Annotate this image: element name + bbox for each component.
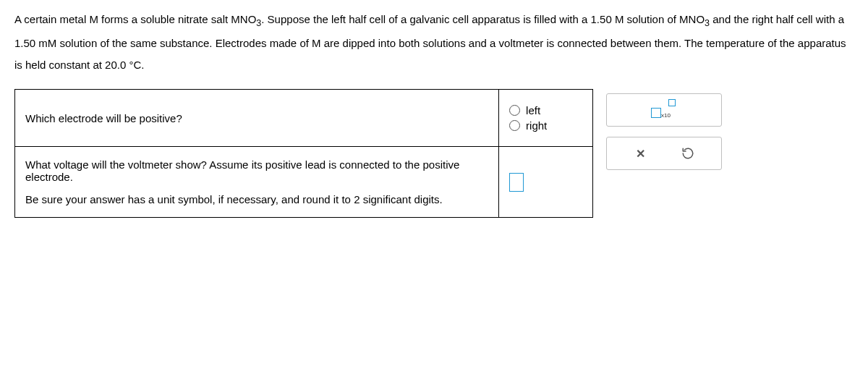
q2-prompt-cell: What voltage will the voltmeter show? As… [15, 147, 499, 218]
reset-button[interactable] [678, 144, 697, 163]
text: . [141, 59, 144, 71]
radio-right-label: right [526, 119, 547, 132]
text: forms a soluble nitrate salt [98, 13, 231, 25]
radio-icon [509, 105, 520, 116]
side-panel: x10 ✕ [606, 93, 722, 170]
voltage-input[interactable] [509, 173, 524, 192]
radio-right[interactable]: right [509, 119, 582, 132]
formula-mno3: MNO3 [231, 13, 261, 25]
var-M: M [89, 13, 98, 25]
x-icon: ✕ [636, 147, 645, 161]
clear-button[interactable]: ✕ [631, 144, 650, 163]
text: solution of [624, 13, 679, 25]
box-icon [651, 108, 661, 118]
q1-prompt: Which electrode will be positive? [25, 112, 182, 124]
text: and the right half cell with a [710, 13, 844, 25]
problem-statement: A certain metal M forms a soluble nitrat… [14, 9, 854, 76]
radio-left[interactable]: left [509, 104, 582, 116]
action-panel: ✕ [606, 137, 722, 170]
sci-notation-button[interactable]: x10 [651, 101, 677, 119]
sci-notation-panel: x10 [606, 93, 722, 127]
q2-prompt-b: Be sure your answer has a unit symbol, i… [25, 193, 488, 205]
text: . Suppose the left half cell of a galvan… [261, 13, 590, 25]
question-table: Which electrode will be positive? left r… [14, 89, 593, 218]
radio-left-label: left [526, 104, 540, 116]
conc1: 1.50 M [591, 13, 624, 25]
text: A certain metal [14, 13, 89, 25]
radio-icon [509, 120, 520, 131]
conc2: 1.50 mM [14, 37, 56, 49]
formula-mno3: MNO3 [679, 13, 710, 25]
q1-answer-cell: left right [499, 90, 593, 147]
box-icon [668, 99, 676, 106]
q2-answer-cell [499, 147, 593, 218]
reset-icon [681, 147, 694, 160]
q2-prompt-a: What voltage will the voltmeter show? As… [25, 158, 488, 183]
var-M: M [312, 37, 321, 49]
temperature: 20.0 °C [105, 59, 141, 71]
q1-prompt-cell: Which electrode will be positive? [15, 90, 499, 147]
text: solution of the same substance. Electrod… [56, 37, 312, 49]
x10-label: x10 [661, 112, 671, 119]
